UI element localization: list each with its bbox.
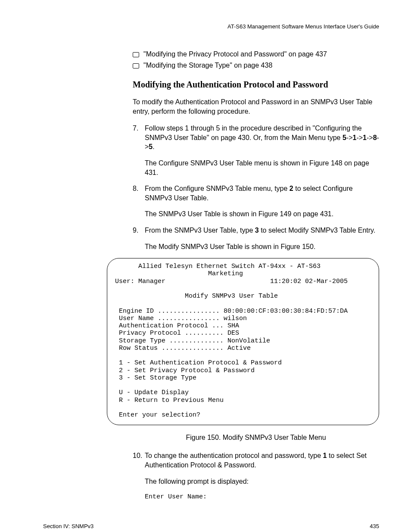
term-line: Engine ID ................ 80:00:00:CF:0… — [115, 308, 348, 315]
footer-right: 435 — [370, 523, 379, 529]
text: to select Modify SNMPv3 Table Entry. — [259, 227, 376, 234]
section-heading: Modifying the Authentication Protocol an… — [133, 80, 379, 90]
term-line: Enter your selection? — [115, 411, 200, 419]
term-line: Marketing — [115, 270, 243, 277]
step-body: To change the authentication protocol an… — [145, 451, 379, 501]
text: The SNMPv3 User Table is shown in Figure… — [145, 209, 379, 219]
key: 3 — [255, 227, 259, 234]
term-line: U - Update Display — [115, 389, 189, 396]
key: 8 — [373, 134, 377, 141]
step-10: 10. To change the authentication protoco… — [133, 451, 379, 501]
terminal-box: Allied Telesyn Ethernet Switch AT-94xx -… — [107, 258, 379, 425]
text: The Configure SNMPv3 User Table menu is … — [145, 159, 379, 177]
step-body: From the SNMPv3 User Table, type 3 to se… — [145, 226, 379, 251]
key: 1 — [363, 134, 367, 141]
step-number: 7. — [133, 124, 145, 177]
page-footer: Section IV: SNMPv3 435 — [43, 523, 379, 529]
bullet-list: "Modifying the Privacy Protocol and Pass… — [133, 50, 379, 69]
text: From the SNMPv3 User Table, type — [145, 227, 255, 234]
bullet-item: "Modifying the Storage Type" on page 438 — [133, 62, 379, 69]
page-header: AT-S63 Management Software Menus Interfa… — [43, 23, 379, 30]
text: The following prompt is displayed: — [145, 477, 379, 486]
page: AT-S63 Management Software Menus Interfa… — [0, 0, 411, 532]
text: -> — [356, 134, 363, 141]
term-line: R - Return to Previous Menu — [115, 397, 224, 404]
text: From the Configure SNMPv3 Table menu, ty… — [145, 185, 290, 192]
terminal-prompt: Enter User Name: — [145, 493, 379, 501]
bullet-text: "Modifying the Storage Type" on page 438 — [143, 62, 272, 69]
term-line: Allied Telesyn Ethernet Switch AT-94xx -… — [115, 263, 321, 270]
step-body: Follow steps 1 through 5 in the procedur… — [145, 124, 379, 177]
term-line: Authentication Protocol ... SHA — [115, 322, 239, 330]
bullet-item: "Modifying the Privacy Protocol and Pass… — [133, 50, 379, 58]
term-line: 3 - Set Storage Type — [115, 374, 196, 382]
step-number: 9. — [133, 226, 145, 251]
step-body: From the Configure SNMPv3 Table menu, ty… — [145, 184, 379, 219]
step-8: 8. From the Configure SNMPv3 Table menu,… — [133, 184, 379, 219]
text: -> — [367, 134, 373, 141]
text: To change the authentication protocol an… — [145, 452, 323, 459]
key: 5 — [342, 134, 346, 141]
text: The Modify SNMPv3 User Table is shown in… — [145, 242, 379, 252]
term-line: User Name ................ wilson — [115, 315, 247, 322]
term-line: Modify SNMPv3 User Table — [115, 292, 278, 300]
bullet-text: "Modifying the Privacy Protocol and Pass… — [143, 50, 327, 58]
term-line: Privacy Protocol .......... DES — [115, 330, 239, 337]
bullet-icon — [133, 63, 139, 68]
step-7: 7. Follow steps 1 through 5 in the proce… — [133, 124, 379, 177]
term-line: 1 - Set Authentication Protocol & Passwo… — [115, 359, 282, 367]
bullet-icon — [133, 52, 139, 57]
footer-left: Section IV: SNMPv3 — [43, 523, 93, 529]
terminal-figure: Allied Telesyn Ethernet Switch AT-94xx -… — [107, 258, 379, 425]
step-number: 10. — [133, 451, 145, 501]
term-line: Row Status ................ Active — [115, 345, 251, 352]
key: 5 — [149, 143, 153, 150]
intro-paragraph: To modify the Authentication Protocol an… — [133, 97, 379, 116]
step-9: 9. From the SNMPv3 User Table, type 3 to… — [133, 226, 379, 251]
figure-caption: Figure 150. Modify SNMPv3 User Table Men… — [133, 434, 379, 442]
text: Follow steps 1 through 5 in the procedur… — [145, 124, 362, 141]
term-line: Storage Type .............. NonVolatile — [115, 337, 270, 345]
text: -> — [346, 134, 353, 141]
key: 2 — [290, 185, 293, 192]
header-title: AT-S63 Management Software Menus Interfa… — [227, 23, 379, 30]
key: 1 — [323, 452, 327, 459]
term-line: User: Manager 11:20:02 02-Mar-2005 — [115, 278, 348, 285]
main-content: "Modifying the Privacy Protocol and Pass… — [133, 50, 379, 501]
text: . — [153, 143, 154, 150]
term-line: 2 - Set Privacy Protocol & Password — [115, 367, 255, 374]
step-number: 8. — [133, 184, 145, 219]
